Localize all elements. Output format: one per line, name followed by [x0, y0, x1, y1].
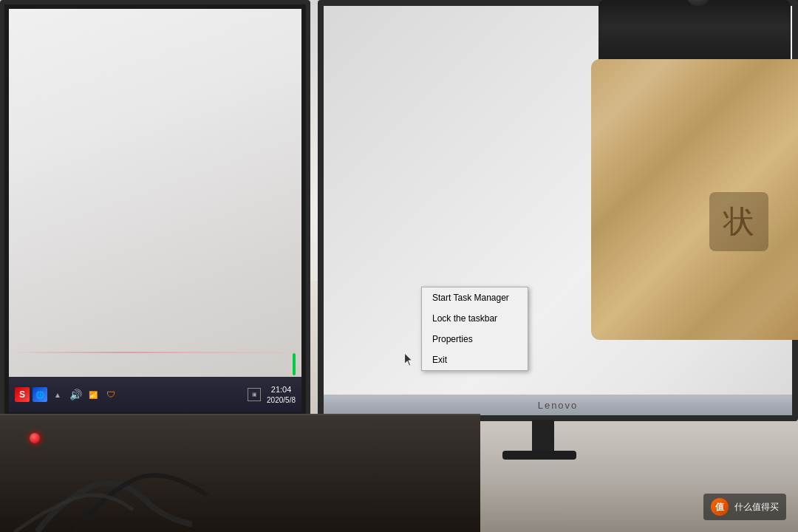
vase-lid [598, 0, 791, 66]
taskbar-clock: 21:04 2020/5/8 [267, 384, 296, 404]
speaker-icon: 🔊 [68, 387, 83, 402]
taskbar-context-menu: Start Task Manager Lock the taskbar Prop… [421, 287, 528, 371]
context-menu-item-lock-taskbar[interactable]: Lock the taskbar [422, 308, 528, 329]
watermark-text: 什么值得买 [734, 502, 779, 512]
green-indicator-bar [293, 353, 296, 375]
context-menu-item-exit[interactable]: Exit [422, 349, 528, 370]
notification-area: ▣ [248, 388, 261, 401]
taskbar-icons: S 🌐 ▲ 🔊 📶 🛡 [15, 387, 245, 402]
vase-container: 状 [517, 0, 798, 414]
context-menu-item-start-task-manager[interactable]: Start Task Manager [422, 287, 528, 308]
wallpaper-stripe [9, 352, 301, 353]
arrow-icon: ▲ [50, 387, 65, 402]
cables-svg [0, 443, 480, 532]
context-menu-item-properties[interactable]: Properties [422, 329, 528, 349]
svg-marker-0 [405, 353, 412, 366]
cable-area [0, 443, 591, 532]
sogou-icon: S [15, 387, 30, 402]
watermark: 值 什么值得买 [703, 494, 786, 520]
monitor-left: S 🌐 ▲ 🔊 📶 🛡 ▣ 21:04 2020/5/8 [0, 0, 310, 421]
vase-character: 状 [709, 192, 768, 251]
monitor-left-screen: S 🌐 ▲ 🔊 📶 🛡 ▣ 21:04 2020/5/8 [9, 9, 301, 412]
network-icon: 📶 [86, 387, 100, 402]
browser-icon: 🌐 [33, 387, 47, 402]
security-icon: 🛡 [103, 387, 118, 402]
power-indicator-red [30, 433, 40, 443]
vase-body: 状 [591, 59, 798, 340]
taskbar: S 🌐 ▲ 🔊 📶 🛡 ▣ 21:04 2020/5/8 [9, 377, 301, 412]
mouse-cursor [404, 353, 413, 366]
watermark-icon: 值 [711, 498, 729, 516]
